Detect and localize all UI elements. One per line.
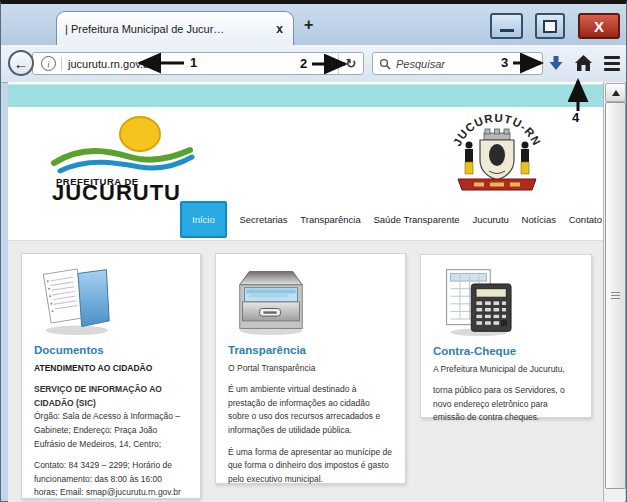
nav-item-inicio[interactable]: Início — [180, 201, 227, 238]
content-area: Documentos ATENDIMENTO AO CIDADÃO SERVIÇ… — [8, 240, 605, 502]
back-button[interactable]: ← — [8, 50, 34, 76]
menu-button[interactable] — [600, 51, 624, 75]
file-cabinet-icon — [228, 264, 393, 336]
downloads-button[interactable] — [544, 51, 568, 75]
card-subtitle: ATENDIMENTO AO CIDADÃO — [34, 362, 188, 375]
scroll-up-icon — [612, 90, 620, 96]
search-input[interactable]: Pesquisar — [372, 52, 543, 75]
maximize-button[interactable] — [535, 13, 565, 39]
card-body1: É um ambiente virtual destinado à presta… — [228, 383, 393, 437]
prefeitura-logo: PREFEITURA DE JUCURUTU — [48, 109, 196, 205]
new-tab-button[interactable]: + — [304, 16, 313, 34]
minimize-button[interactable] — [490, 13, 523, 39]
jucurutu-coat-of-arms: JUCURUTU-RN — [444, 109, 550, 203]
url-text[interactable]: jucurutu.rn.gov.br — [68, 58, 338, 70]
maximize-icon — [543, 20, 557, 33]
vertical-scrollbar[interactable] — [603, 82, 625, 502]
reload-button[interactable]: ↻ — [338, 53, 363, 74]
page-viewport: PREFEITURA DE JUCURUTU JUCURUTU-RN — [8, 82, 605, 502]
spreadsheet-calculator-icon — [433, 265, 579, 337]
close-button[interactable]: X — [578, 13, 620, 39]
card-body1: Órgão: Sala de Acesso à Informação – Gab… — [34, 411, 180, 448]
logo-name: JUCURUTU — [52, 180, 181, 201]
site-info-icon[interactable]: i — [41, 56, 56, 71]
home-button[interactable] — [571, 51, 595, 75]
download-icon — [548, 55, 564, 72]
card-body2: É uma forma de apresentar ao munícipe de… — [228, 446, 393, 487]
card-title[interactable]: Transparência — [228, 344, 393, 356]
hamburger-icon — [604, 56, 620, 59]
site-header: PREFEITURA DE JUCURUTU JUCURUTU-RN — [8, 107, 605, 200]
sun-icon — [120, 117, 160, 151]
card-heading2: SERVIÇO DE INFORMAÇÃO AO CIDADÃO (SIC) — [34, 384, 162, 408]
card-transparencia[interactable]: Transparência O Portal Transparência É u… — [215, 253, 406, 484]
card-documentos[interactable]: Documentos ATENDIMENTO AO CIDADÃO SERVIÇ… — [21, 253, 201, 499]
divider — [61, 57, 62, 71]
card-subtitle: A Prefeitura Municipal de Jucurutu, — [433, 363, 579, 376]
card-body2: Contato: 84 3429 – 2299; Horário de func… — [34, 459, 188, 500]
scrollbar-thumb[interactable] — [605, 102, 626, 489]
search-placeholder: Pesquisar — [396, 58, 445, 70]
card-subtitle: O Portal Transparência — [228, 362, 393, 375]
nav-item-secretarias[interactable]: Secretarias — [240, 214, 288, 225]
scroll-up-button[interactable] — [605, 83, 626, 102]
browser-tab[interactable]: | Prefeitura Municipal de Jucur… x — [56, 11, 294, 45]
tab-title: | Prefeitura Municipal de Jucur… — [65, 23, 268, 35]
card-title[interactable]: Contra-Cheque — [433, 345, 579, 357]
card-contra-cheque[interactable]: Contra-Cheque A Prefeitura Municipal de … — [420, 254, 592, 418]
minimize-icon — [500, 29, 514, 32]
card-title[interactable]: Documentos — [34, 344, 188, 356]
nav-item-noticias[interactable]: Notícias — [522, 214, 556, 225]
nav-item-contato[interactable]: Contato — [569, 214, 602, 225]
card-body1: torna público para os Servidores, o novo… — [433, 384, 579, 425]
nav-item-jucurutu[interactable]: Jucurutu — [472, 214, 508, 225]
address-bar[interactable]: i jucurutu.rn.gov.br ↻ — [32, 52, 364, 75]
search-icon — [379, 58, 391, 70]
documents-folder-icon — [34, 264, 188, 336]
home-icon — [574, 54, 593, 72]
site-nav: Início Secretarias Transparência Saúde T… — [180, 199, 602, 239]
browser-window: | Prefeitura Municipal de Jucur… x + X ←… — [0, 0, 627, 502]
titlebar: | Prefeitura Municipal de Jucur… x + X — [1, 4, 626, 45]
tab-close-icon[interactable]: x — [274, 22, 285, 36]
nav-item-transparencia[interactable]: Transparência — [300, 214, 360, 225]
nav-item-saude-transparente[interactable]: Saúde Transparente — [374, 214, 460, 225]
